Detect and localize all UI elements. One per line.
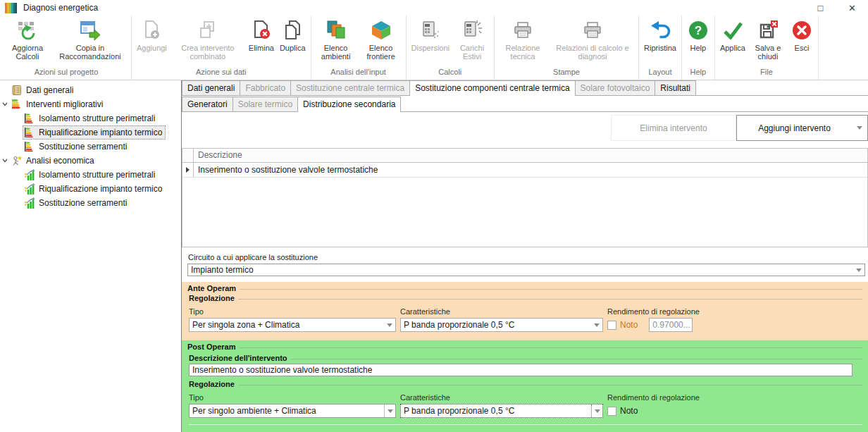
ante-noto-checkbox[interactable] (607, 321, 616, 330)
svg-text:?: ? (695, 24, 702, 37)
regolazione-title: Regolazione (189, 294, 235, 302)
post-regolazione-header: Regolazione (189, 379, 862, 389)
ribbon-group-label: Calcoli (409, 68, 492, 80)
tree-item-label: Interventi migliorativi (26, 99, 103, 109)
tab-fabbricato[interactable]: Fabbricato (240, 80, 291, 95)
ribbon-button-label: Aggiorna Calcoli (6, 44, 49, 61)
regolazione-header: Regolazione (189, 293, 862, 303)
tab-risultati[interactable]: Risultati (655, 80, 696, 95)
ripristina-button[interactable]: Ripristina (641, 18, 679, 54)
ribbon-button-label: Elimina (249, 44, 274, 52)
tab-dati-generali[interactable]: Dati generali (182, 80, 240, 95)
project-tree: Dati generali Interventi migliorativi (0, 80, 182, 432)
tab-sostituzione-centrale-termica[interactable]: Sostituzione centrale termica (290, 80, 410, 95)
chevron-down-icon (384, 323, 395, 327)
copia-in-raccomandazioni-button[interactable]: Copia in Raccomandazioni (51, 18, 129, 62)
post-regolazione-title: Regolazione (189, 380, 235, 388)
chevron-down-icon[interactable] (0, 157, 10, 164)
subtab-generatori[interactable]: Generatori (182, 97, 233, 111)
row-marker-icon (182, 163, 194, 177)
tree-item-econ-sostituzione-serramenti[interactable]: Sostituzione serramenti (0, 196, 181, 210)
elimina-intervento-button[interactable]: Elimina intervento (611, 115, 736, 141)
ribbon-group-project-actions: Aggiorna Calcoli Copia in Raccomandazion… (1, 16, 132, 80)
ribbon-group-label: Azioni sul progetto (4, 68, 129, 80)
ribbon-group-calculations: Dispersioni Carichi Estivi Calcoli (407, 16, 495, 80)
refresh-calculations-icon (16, 19, 39, 42)
ribbon-button-label: Duplica (280, 44, 306, 52)
salva-e-chiudi-button[interactable]: Salva e chiudi (748, 18, 788, 62)
elenco-ambienti-button[interactable]: Elenco ambienti (314, 18, 359, 62)
chevron-down-icon (853, 269, 864, 272)
tipo-label: Tipo (189, 307, 396, 316)
ribbon-button-label: Elenco frontiere (361, 44, 401, 61)
tree-item-dati-generali[interactable]: Dati generali (0, 83, 181, 97)
ante-rendimento-value[interactable]: 0.97000... (649, 318, 693, 332)
subtab-distribuzione-secondaria[interactable]: Distribuzione secondaria (297, 97, 401, 112)
esci-button[interactable]: Esci (788, 18, 816, 54)
subtab-solare-termico[interactable]: Solare termico (232, 97, 298, 111)
post-caratteristiche-select[interactable]: P banda proporzionale 0,5 °C (400, 404, 603, 418)
delete-document-icon (250, 19, 273, 42)
chevron-down-icon[interactable] (0, 101, 10, 108)
circuit-label: Circuito a cui applicare la sostituzione (188, 253, 868, 261)
ante-noto-label: Noto (620, 320, 638, 330)
post-tipo-select[interactable]: Per singolo ambiente + Climatica (189, 404, 396, 418)
tree-item-label: Riqualificazione impianto termico (39, 128, 162, 137)
ribbon-button-label: Salva e chiudi (751, 44, 785, 61)
title-bar: Diagnosi energetica □ ✕ (0, 0, 868, 16)
relazione-tecnica-button: Relazione tecnica (497, 18, 549, 62)
ante-operam-section: Ante Operam Regolazione Tipo Caratterist… (182, 282, 868, 340)
tree-item-analisi-economica[interactable]: Analisi economica (0, 154, 181, 168)
elimina-button[interactable]: Elimina (246, 18, 277, 54)
close-button[interactable]: ✕ (836, 0, 868, 16)
tab-solare-fotovoltaico[interactable]: Solare fotovoltaico (575, 80, 656, 95)
energy-bars-icon (24, 141, 35, 152)
rendimento-label: Rendimento di regolazione (607, 393, 862, 402)
aggiungi-intervento-button[interactable]: Aggiungi intervento (736, 115, 868, 141)
elenco-frontiere-button[interactable]: Elenco frontiere (359, 18, 404, 62)
ante-caratteristiche-select[interactable]: P banda proporzionale 0,5 °C (400, 318, 603, 332)
descrizione-intervento-input[interactable] (189, 364, 852, 376)
ante-tipo-value: Per singola zona + Climatica (190, 320, 384, 330)
tree-item-isolamento-strutture[interactable]: Isolamento strutture perimetrali (0, 111, 181, 125)
ante-caratteristiche-value: P banda proporzionale 0,5 °C (401, 320, 591, 330)
aggiungi-intervento-label: Aggiungi intervento (737, 123, 852, 133)
chevron-down-icon (591, 405, 602, 417)
ribbon-group-prints: Relazione tecnica Relazioni di calcolo e… (495, 16, 639, 80)
tree-item-econ-isolamento-strutture[interactable]: Isolamento strutture perimetrali (0, 168, 181, 182)
grid-row[interactable]: Inserimento o sostituzione valvole termo… (182, 163, 867, 178)
ribbon-button-label: Help (690, 44, 707, 52)
tree-item-riqualificazione-impianto[interactable]: Riqualificazione impianto termico (0, 125, 181, 140)
duplica-button[interactable]: Duplica (277, 18, 309, 54)
chevron-down-icon[interactable] (852, 126, 867, 130)
ribbon-group-label: Azione sui dati (134, 68, 309, 80)
applica-button[interactable]: Applica (717, 18, 748, 54)
calculator-summer-icon (461, 19, 483, 42)
add-document-icon (140, 19, 163, 42)
post-tipo-value: Per singolo ambiente + Climatica (190, 406, 384, 416)
tree-item-sostituzione-serramenti[interactable]: Sostituzione serramenti (0, 140, 181, 154)
ante-operam-header: Ante Operam (187, 283, 862, 293)
aggiorna-calcoli-button[interactable]: Aggiorna Calcoli (4, 18, 51, 62)
grid-column-descrizione[interactable]: Descrizione (194, 149, 242, 162)
carichi-estivi-button: Carichi Estivi (452, 18, 492, 62)
tree-item-econ-riqualificazione-impianto[interactable]: Riqualificazione impianto termico (0, 182, 181, 196)
interventions-grid: Descrizione Inserimento o sostituzione v… (182, 148, 868, 247)
tab-sostituzione-componenti-centrale-termica[interactable]: Sostituzione componenti centrale termica (409, 80, 575, 96)
ribbon-button-label: Elenco ambienti (316, 44, 356, 61)
post-noto-checkbox[interactable] (607, 407, 616, 416)
ribbon-group-label: Layout (641, 68, 679, 80)
maximize-button[interactable]: □ (805, 0, 836, 16)
tree-item-label: Analisi economica (26, 156, 94, 166)
ante-tipo-select[interactable]: Per singola zona + Climatica (189, 318, 396, 332)
ribbon-button-label: Dispersioni (411, 44, 450, 52)
economic-analysis-icon (11, 155, 23, 166)
grid-header-row: Descrizione (182, 149, 867, 163)
printer-icon (581, 19, 604, 42)
help-button[interactable]: ? Help (684, 18, 712, 54)
post-noto-label: Noto (620, 406, 638, 416)
tree-item-interventi-migliorativi[interactable]: Interventi migliorativi (0, 97, 181, 111)
main-tab-strip: Dati generali Fabbricato Sostituzione ce… (182, 80, 868, 96)
circuit-select[interactable]: Impianto termico (187, 264, 865, 276)
ribbon-button-label: Esci (795, 44, 810, 52)
